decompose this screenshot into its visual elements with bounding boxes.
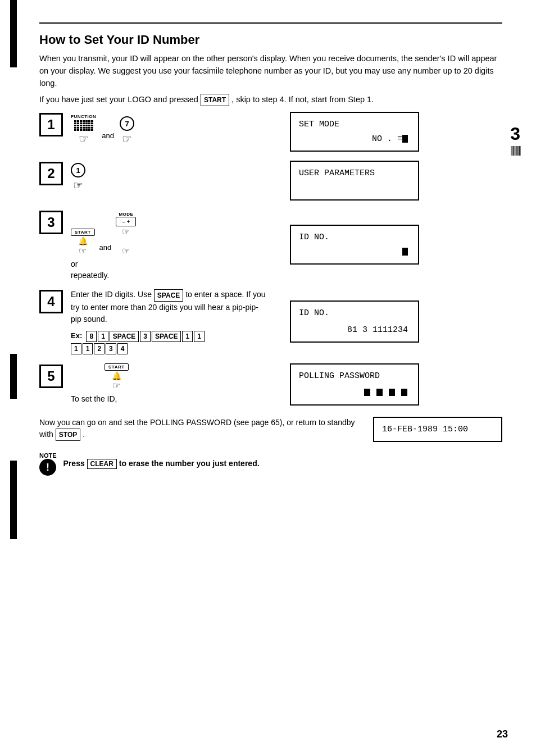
note-text: Press CLEAR to erase the number you just…	[63, 459, 260, 469]
ex-key-1d: 1	[71, 343, 81, 354]
bottom-lcd-line1: 16-FEB-1989 15:00	[382, 425, 468, 434]
key-7: 7	[120, 116, 134, 131]
step5-text: To set the ID,	[71, 394, 117, 403]
page-number: 23	[497, 728, 508, 740]
ex-key-8: 8	[86, 331, 97, 342]
stop-key: STOP	[56, 429, 80, 441]
step3-and: and	[99, 243, 112, 252]
step-1-inner: FUNCTION ☞	[71, 112, 502, 152]
lcd-4-line2: 81 3 1111234	[299, 321, 410, 338]
step-2-display: USER PARAMETERS	[279, 161, 502, 201]
step-3-lcd: ID NO.	[290, 225, 419, 265]
step-1-illustration: FUNCTION ☞	[71, 114, 267, 145]
page-title: How to Set Your ID Number	[39, 33, 502, 47]
step-4-inner: Enter the ID digits. Use SPACE to enter …	[71, 289, 502, 354]
step-2-content: 1 ☞	[71, 161, 279, 201]
step-1-lcd: SET MODE NO . =	[290, 112, 419, 152]
steps-area: 1 FUNCTION	[39, 112, 502, 405]
start-label: START	[71, 229, 95, 236]
lcd-1-line1: SET MODE	[299, 117, 410, 132]
step-3-num: 3	[39, 211, 63, 234]
lcd-3-line2	[299, 245, 410, 259]
hand-icon-1: ☞	[73, 179, 83, 192]
left-bar-top	[10, 0, 17, 67]
lcd-3-line1: ID NO.	[299, 230, 410, 245]
bottom-lcd: 16-FEB-1989 15:00	[373, 417, 502, 443]
ex-key-1: 1	[98, 331, 108, 342]
step-4-content: Enter the ID digits. Use SPACE to enter …	[71, 289, 279, 354]
step-3-illustration: START 🔔 ☞ and MODE – + ☞ ☞	[71, 212, 267, 256]
step-4-display: ID NO. 81 3 1111234	[279, 289, 502, 354]
note-label: NOTE	[39, 452, 57, 459]
lcd-4-line1: ID NO.	[299, 306, 410, 321]
example-keys-row1: 8 1 SPACE 3 SPACE 1 1	[86, 331, 204, 342]
step-4-num: 4	[39, 290, 63, 313]
start-btn-step5-wrap: START 🔔 ☞	[105, 363, 129, 391]
sq4	[401, 389, 407, 396]
hand-icon-func: ☞	[79, 132, 89, 145]
chapter-marker: 3 |||||||||||	[510, 124, 520, 156]
ex-key-3b: 3	[106, 343, 116, 354]
ex-key-4: 4	[117, 343, 128, 354]
top-divider	[39, 22, 502, 24]
ex-key-1c: 1	[194, 331, 205, 342]
note-area: NOTE ! Press CLEAR to erase the number y…	[39, 452, 502, 476]
step-5-lcd: POLLING PASSWORD	[290, 363, 419, 406]
step-1-content: FUNCTION ☞	[71, 112, 279, 152]
hand-icon-7: ☞	[122, 132, 132, 145]
step-1-num: 1	[39, 113, 63, 136]
step-2-lcd: USER PARAMETERS	[290, 161, 419, 201]
lcd-5-line1: POLLING PASSWORD	[299, 369, 410, 384]
step-2-illustration: 1 ☞	[71, 163, 267, 192]
sq1	[364, 389, 370, 396]
start-btn-step5: START 🔔 ☞	[105, 363, 129, 391]
start-key-inline: START	[201, 94, 229, 106]
lcd-5-line2	[299, 383, 410, 400]
ex-key-space1: SPACE	[110, 331, 139, 342]
ex-key-1e: 1	[83, 343, 93, 354]
step-5-display: POLLING PASSWORD	[279, 363, 502, 406]
step-5-inner: START 🔔 ☞ To set the ID, POLLING PASSWOR…	[71, 363, 502, 406]
step-5-num: 5	[39, 365, 63, 388]
lcd-2-line2	[299, 181, 410, 195]
cursor-block-3	[402, 248, 408, 256]
step-5-illus: START 🔔 ☞ To set the ID,	[71, 363, 267, 403]
ex-key-2: 2	[94, 343, 105, 354]
sq2	[376, 389, 383, 396]
cursor-block	[402, 135, 408, 143]
start-label-5: START	[105, 363, 129, 371]
step-2-num: 2	[39, 162, 63, 185]
step-4-lcd: ID NO. 81 3 1111234	[290, 300, 419, 343]
start-btn-step3: START 🔔 ☞	[71, 229, 95, 256]
ex-key-space2: SPACE	[152, 331, 181, 342]
example-row: Ex: 8 1 SPACE 3 SPACE 1 1 1 1 2	[71, 331, 267, 354]
space-key-1: SPACE	[154, 289, 183, 302]
key-1: 1	[71, 163, 85, 177]
step-5-row: 5 START 🔔 ☞ To set the ID,	[39, 363, 502, 406]
bottom-section: Now you can go on and set the POLLING PA…	[39, 417, 502, 443]
step3-or-text: or	[71, 259, 267, 268]
step-2-row: 2 1 ☞ USER PARAMETERS	[39, 161, 502, 201]
step-3-row: 3 START 🔔 ☞ and MODE – + ☞	[39, 210, 502, 280]
left-bar-mid	[10, 354, 17, 399]
sq3	[389, 389, 395, 396]
step-1-row: 1 FUNCTION	[39, 112, 502, 152]
note-icon: !	[39, 459, 56, 476]
step-2-inner: 1 ☞ USER PARAMETERS	[71, 161, 502, 201]
lcd-2-line1: USER PARAMETERS	[299, 166, 410, 181]
clear-key: CLEAR	[87, 459, 117, 469]
intro-para2: If you have just set your LOGO and press…	[39, 94, 502, 106]
step-3-display: ID NO.	[279, 210, 502, 280]
left-bar-bot	[10, 461, 17, 539]
step-4-text: Enter the ID digits. Use SPACE to enter …	[71, 289, 267, 325]
example-keys-row2: 1 1 2 3 4	[71, 343, 128, 354]
bottom-text: Now you can go on and set the POLLING PA…	[39, 417, 356, 441]
step-1-display: SET MODE NO . =	[279, 112, 502, 152]
step-3-inner: START 🔔 ☞ and MODE – + ☞ ☞ or	[71, 210, 502, 280]
mode-keys: – +	[116, 217, 136, 226]
step-5-content: START 🔔 ☞ To set the ID,	[71, 363, 279, 406]
bottom-display: 16-FEB-1989 15:00	[373, 417, 502, 443]
step-4-row: 4 Enter the ID digits. Use SPACE to ente…	[39, 289, 502, 354]
mode-label: MODE	[119, 212, 133, 217]
ex-key-1b: 1	[182, 331, 193, 342]
